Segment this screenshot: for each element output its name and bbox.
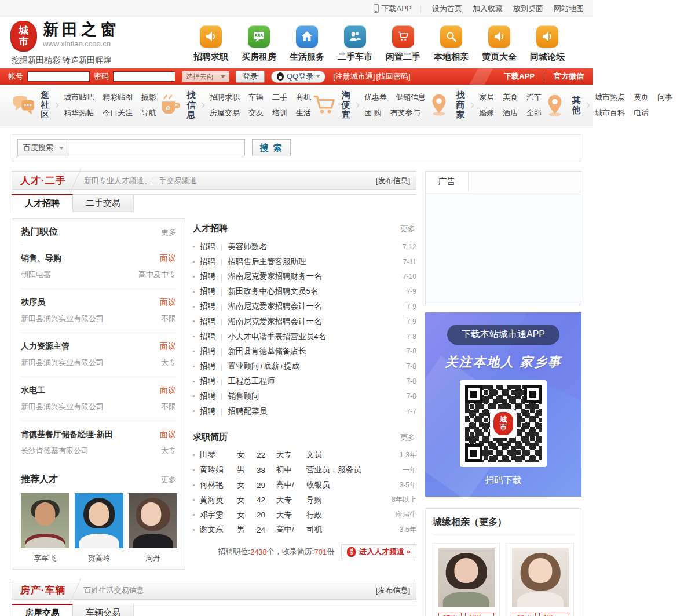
job-title-link[interactable]: 招聘配菜员 bbox=[228, 406, 268, 417]
topbar-link-sitemap[interactable]: 网站地图 bbox=[554, 3, 584, 14]
subnav-link[interactable]: 交友 bbox=[248, 108, 264, 118]
account-input[interactable] bbox=[27, 71, 90, 82]
subnav-link[interactable]: 酒店 bbox=[503, 108, 518, 118]
job-title-link[interactable]: 置业顾问+底薪+提成 bbox=[228, 361, 300, 371]
tab-talent-jobs[interactable]: 人才招聘 bbox=[12, 194, 73, 212]
search-engine-select[interactable]: 百度搜索 bbox=[17, 139, 70, 156]
official-wechat-link[interactable]: 官方微信 bbox=[544, 71, 584, 82]
tab-house-trade[interactable]: 房屋交易 bbox=[12, 604, 73, 616]
tab-vehicle-trade[interactable]: 车辆交易 bbox=[73, 604, 134, 616]
job-title-link[interactable]: 工程总工程师 bbox=[228, 376, 275, 387]
resume-name-link[interactable]: 黄玲娟 bbox=[200, 465, 237, 475]
job-title-link[interactable]: 招聘售后主管客服助理 bbox=[228, 257, 306, 267]
job-title-link[interactable]: 新田县肯德基储备店长 bbox=[228, 346, 306, 356]
search-button[interactable]: 搜 索 bbox=[252, 139, 291, 156]
subnav-link[interactable]: 精华热帖 bbox=[64, 108, 94, 118]
subnav-title-merchants[interactable]: 找商家 bbox=[455, 90, 466, 119]
subnav-link[interactable]: 全部 bbox=[526, 108, 542, 118]
site-logo[interactable]: 城市 新田之窗 www.xintian.ccoo.cn 挖掘新田精彩 铸造新田辉… bbox=[10, 21, 184, 65]
forgot-password-link[interactable]: [找回密码] bbox=[376, 71, 410, 82]
subnav-link[interactable]: 婚嫁 bbox=[479, 108, 494, 118]
subnav-link[interactable]: 美食 bbox=[503, 92, 518, 103]
loginbar-download-app[interactable]: 下载APP bbox=[504, 71, 535, 82]
nav-item-dating[interactable]: 本地相亲 bbox=[434, 25, 469, 63]
nav-item-secondhand[interactable]: 闲置二手 bbox=[386, 25, 420, 63]
job-title-link[interactable]: 销售顾问 bbox=[228, 391, 259, 402]
dating-profile-card[interactable]: 27岁 168cm bbox=[433, 543, 500, 616]
publish-info-link[interactable]: [发布信息] bbox=[376, 176, 416, 186]
subnav-link[interactable]: 招聘求职 bbox=[210, 92, 240, 103]
job-name-link[interactable]: 销售、导购 bbox=[21, 253, 61, 264]
job-title-link[interactable]: 小天才电话手表招营业员4名 bbox=[228, 331, 327, 342]
job-name-link[interactable]: 肯德基餐厅储备经理-新田 bbox=[21, 429, 113, 440]
job-list-more-link[interactable]: 更多 bbox=[400, 224, 415, 234]
subnav-link[interactable]: 城市贴吧 bbox=[64, 92, 94, 103]
subnav-link[interactable]: 城市百科 bbox=[595, 108, 625, 118]
resume-name-link[interactable]: 黄海英 bbox=[200, 495, 237, 505]
topbar-link-set-home[interactable]: 设为首页 bbox=[432, 3, 462, 14]
subnav-link[interactable]: 黄页 bbox=[634, 92, 649, 103]
subnav-link[interactable]: 导航 bbox=[141, 108, 156, 118]
subnav-title-deals[interactable]: 淘便宜 bbox=[341, 90, 351, 119]
subnav-link[interactable]: 优惠券 bbox=[364, 92, 387, 103]
talent-profile-card[interactable]: 李军飞 bbox=[21, 493, 70, 563]
resume-name-link[interactable]: 谢文东 bbox=[200, 524, 237, 535]
subnav-link[interactable]: 摄影 bbox=[141, 92, 156, 103]
subnav-link[interactable]: 今日关注 bbox=[103, 108, 133, 118]
subnav-link[interactable]: 生活 bbox=[296, 108, 311, 118]
job-title-link[interactable]: 新田政务中心招聘文员5名 bbox=[228, 286, 319, 297]
subnav-link[interactable]: 家居 bbox=[479, 92, 494, 103]
subnav-link[interactable]: 电话 bbox=[634, 108, 649, 118]
nav-item-jobs[interactable]: 招聘求职 bbox=[193, 25, 228, 63]
job-name-link[interactable]: 人力资源主管 bbox=[21, 341, 70, 352]
topbar-link-favorite[interactable]: 加入收藏 bbox=[473, 3, 503, 14]
subnav-link[interactable]: 有奖参与 bbox=[390, 108, 420, 118]
job-title-link[interactable]: 湖南尼克爱家招聘会计一名 bbox=[228, 316, 322, 327]
publish-info-link[interactable]: [发布信息] bbox=[376, 585, 416, 596]
talent-profile-card[interactable]: 周丹 bbox=[129, 493, 177, 563]
resume-name-link[interactable]: 何林艳 bbox=[200, 480, 237, 490]
subnav-link[interactable]: 城市热点 bbox=[595, 92, 625, 103]
subnav-link[interactable]: 二手 bbox=[272, 92, 287, 103]
topbar-link-desktop[interactable]: 放到桌面 bbox=[513, 3, 543, 14]
subnav-title-other[interactable]: 其他 bbox=[571, 96, 581, 115]
resume-name-link[interactable]: 邓宇雯 bbox=[200, 510, 237, 520]
tab-secondhand-trade[interactable]: 二手交易 bbox=[73, 194, 134, 212]
subnav-link[interactable]: 培训 bbox=[272, 108, 287, 118]
destination-select[interactable]: 选择去向 bbox=[182, 71, 229, 82]
register-link[interactable]: [注册城市通] bbox=[333, 71, 375, 82]
nav-item-yellow-pages[interactable]: 黄页大全 bbox=[482, 25, 517, 63]
job-name-link[interactable]: 秩序员 bbox=[21, 297, 45, 308]
subnav-title-community[interactable]: 逛社区 bbox=[40, 90, 50, 119]
nav-item-life-services[interactable]: 生活服务 bbox=[290, 25, 324, 63]
login-button[interactable]: 登录 bbox=[236, 71, 265, 83]
topbar-download-app-label[interactable]: 下载APP bbox=[382, 3, 412, 14]
search-input[interactable] bbox=[70, 139, 245, 156]
nav-item-forum[interactable]: 同城论坛 bbox=[530, 25, 565, 63]
nav-item-housing[interactable]: BBS 买房租房 bbox=[242, 25, 276, 63]
subnav-link[interactable]: 汽车 bbox=[526, 92, 542, 103]
enter-talent-channel-button[interactable]: 城市 进入人才频道 » bbox=[341, 544, 416, 559]
password-input[interactable] bbox=[113, 71, 175, 82]
subnav-title-info[interactable]: 找信息 bbox=[186, 90, 196, 119]
nav-item-used-cars[interactable]: 二手车市 bbox=[338, 25, 372, 63]
topbar-download-app[interactable]: 下载APP bbox=[374, 3, 412, 14]
resume-list-more-link[interactable]: 更多 bbox=[400, 432, 415, 443]
subnav-link[interactable]: 问事 bbox=[657, 92, 672, 103]
job-title-link[interactable]: 湖南尼克爱家招聘会计一名 bbox=[228, 301, 322, 312]
subnav-link[interactable]: 商机 bbox=[296, 92, 311, 103]
talent-profile-card[interactable]: 贺善玲 bbox=[75, 493, 123, 563]
job-title-link[interactable]: 湖南尼克爱家招聘财务一名 bbox=[228, 271, 322, 282]
subnav-link[interactable]: 房屋交易 bbox=[210, 108, 240, 118]
subnav-link[interactable]: 车辆 bbox=[248, 92, 264, 103]
job-title-link[interactable]: 美容师数名 bbox=[228, 242, 268, 252]
hot-jobs-more-link[interactable]: 更多 bbox=[161, 227, 176, 238]
qq-login-button[interactable]: QQ登录 bbox=[271, 71, 325, 83]
job-name-link[interactable]: 水电工 bbox=[21, 385, 45, 396]
subnav-link[interactable]: 精彩贴图 bbox=[103, 92, 133, 103]
recommended-talent-more-link[interactable]: 更多 bbox=[161, 475, 176, 485]
resume-name-link[interactable]: 田琴 bbox=[200, 450, 237, 460]
dating-profile-card[interactable]: 28岁 165cm bbox=[507, 543, 574, 616]
subnav-link[interactable]: 团 购 bbox=[364, 108, 382, 118]
subnav-link[interactable]: 促销信息 bbox=[396, 92, 426, 103]
